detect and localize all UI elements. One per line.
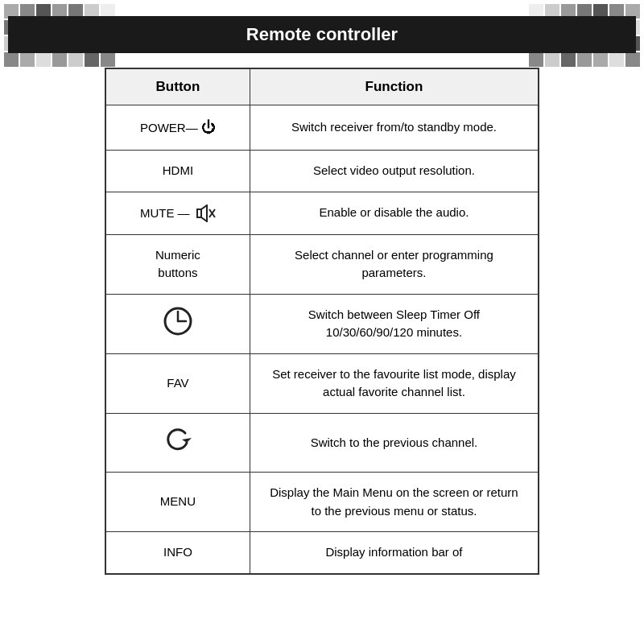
header-area: Remote controller — [0, 0, 644, 68]
button-label-menu: MENU — [105, 473, 250, 532]
table-row: Switch between Sleep Timer Off 10/30/60/… — [105, 294, 539, 353]
table-row: HDMI Select video output resolution. — [105, 151, 539, 192]
remote-table: Button Function POWER— ⏻ Switch receiver… — [105, 68, 539, 575]
table-container: Button Function POWER— ⏻ Switch receiver… — [0, 68, 644, 575]
function-desc-numeric: Select channel or enter programming para… — [250, 234, 539, 294]
button-label-power: POWER— ⏻ — [105, 105, 250, 151]
button-label-hdmi: HDMI — [105, 151, 250, 192]
function-desc-hdmi: Select video output resolution. — [250, 151, 539, 192]
button-label-clock — [105, 294, 250, 353]
button-label-refresh — [105, 413, 250, 473]
col-button-header: Button — [105, 68, 250, 105]
function-desc-info: Display information bar of — [250, 532, 539, 574]
function-desc-fav: Set receiver to the favourite list mode,… — [250, 353, 539, 413]
table-row: INFO Display information bar of — [105, 532, 539, 574]
button-label-numeric: Numericbuttons — [105, 234, 250, 294]
page-title: Remote controller — [8, 16, 636, 53]
table-header-row: Button Function — [105, 68, 539, 105]
table-row: FAV Set receiver to the favourite list m… — [105, 353, 539, 413]
refresh-icon — [163, 425, 193, 461]
page-wrapper: Remote controller Button Function POWER—… — [0, 0, 644, 644]
button-label-fav: FAV — [105, 353, 250, 413]
col-function-header: Function — [250, 68, 539, 105]
table-row: POWER— ⏻ Switch receiver from/to standby… — [105, 105, 539, 151]
svg-marker-7 — [182, 438, 192, 443]
function-desc-refresh: Switch to the previous channel. — [250, 413, 539, 473]
button-label-info: INFO — [105, 532, 250, 574]
function-desc-menu: Display the Main Menu on the screen or r… — [250, 473, 539, 532]
function-desc-power: Switch receiver from/to standby mode. — [250, 105, 539, 151]
table-row: Numericbuttons Select channel or enter p… — [105, 234, 539, 294]
table-row: Switch to the previous channel. — [105, 413, 539, 473]
table-row: MENU Display the Main Menu on the screen… — [105, 473, 539, 532]
svg-marker-1 — [201, 205, 207, 221]
function-desc-clock: Switch between Sleep Timer Off 10/30/60/… — [250, 294, 539, 353]
table-row: MUTE — — [105, 192, 539, 234]
button-label-mute: MUTE — — [105, 192, 250, 234]
mute-icon — [196, 204, 216, 223]
function-desc-mute: Enable or disable the audio. — [250, 192, 539, 234]
clock-icon — [163, 306, 193, 342]
